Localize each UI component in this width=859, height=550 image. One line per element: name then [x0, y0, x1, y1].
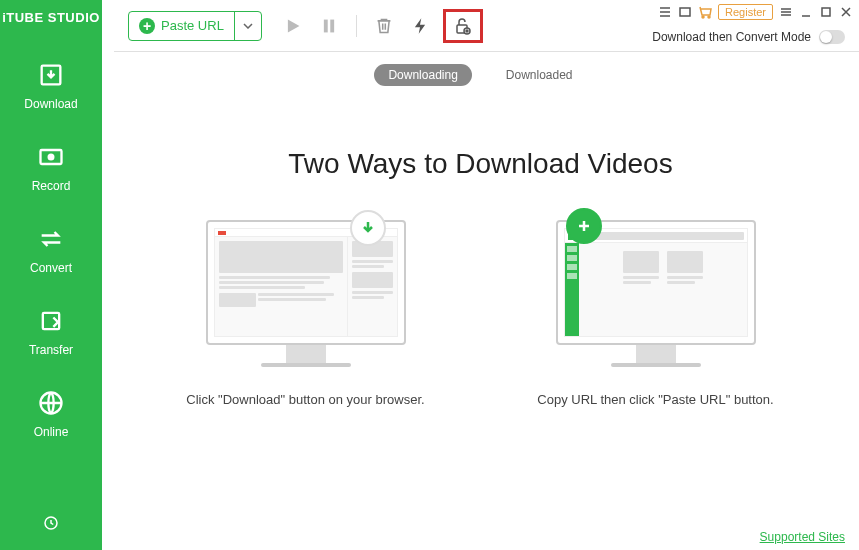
download-icon	[37, 61, 65, 89]
method-text: Copy URL then click "Paste URL" button.	[537, 390, 773, 410]
sidebar-item-online[interactable]: Online	[0, 373, 102, 455]
supported-sites-link[interactable]: Supported Sites	[760, 530, 845, 544]
play-icon	[284, 17, 302, 35]
online-icon	[37, 389, 65, 417]
method-paste-url: Copy URL then click "Paste URL" button.	[531, 220, 781, 410]
sidebar-item-download[interactable]: Download	[0, 45, 102, 127]
svg-point-7	[702, 16, 704, 18]
minimize-icon[interactable]	[799, 5, 813, 19]
register-button[interactable]: Register	[718, 4, 773, 20]
turbo-button[interactable]	[411, 17, 429, 35]
window-controls: Register	[658, 4, 853, 20]
svg-rect-10	[324, 19, 328, 32]
content-title: Two Ways to Download Videos	[288, 148, 672, 180]
plus-badge	[566, 208, 602, 244]
tab-downloaded[interactable]: Downloaded	[492, 64, 587, 86]
monitor-illustration	[556, 220, 756, 370]
app-logo: iTUBE STUDIO	[2, 10, 100, 25]
convert-icon	[37, 225, 65, 253]
sidebar-item-transfer[interactable]: Transfer	[0, 291, 102, 373]
maximize-icon[interactable]	[819, 5, 833, 19]
tab-downloading[interactable]: Downloading	[374, 64, 471, 86]
close-icon[interactable]	[839, 5, 853, 19]
sidebar: iTUBE STUDIO Download Record Convert	[0, 0, 102, 550]
svg-point-8	[708, 16, 710, 18]
sidebar-item-record[interactable]: Record	[0, 127, 102, 209]
divider	[356, 15, 357, 37]
pause-button[interactable]	[320, 17, 338, 35]
paste-url-label: Paste URL	[161, 18, 224, 33]
svg-rect-6	[680, 8, 690, 16]
mode-toggle[interactable]	[819, 30, 845, 44]
sidebar-item-convert[interactable]: Convert	[0, 209, 102, 291]
plus-icon: +	[139, 18, 155, 34]
highlighted-lock-button[interactable]	[443, 9, 483, 43]
paste-url-dropdown[interactable]	[234, 12, 261, 40]
sidebar-item-label: Record	[32, 179, 71, 193]
transfer-icon	[37, 307, 65, 335]
sidebar-item-label: Convert	[30, 261, 72, 275]
method-browser: Click "Download" button on your browser.	[181, 220, 431, 410]
delete-button[interactable]	[375, 17, 393, 35]
trash-icon	[375, 17, 393, 35]
clock-icon	[42, 514, 60, 532]
lightning-icon	[411, 17, 429, 35]
chevron-down-icon	[243, 23, 253, 29]
record-icon	[37, 143, 65, 171]
plus-icon	[575, 217, 593, 235]
mode-row: Download then Convert Mode	[652, 30, 845, 44]
paste-url-button[interactable]: + Paste URL	[128, 11, 262, 41]
svg-rect-9	[822, 8, 830, 16]
pause-icon	[320, 17, 338, 35]
cart-icon[interactable]	[698, 5, 712, 19]
message-icon[interactable]	[678, 5, 692, 19]
monitor-illustration	[206, 220, 406, 370]
sidebar-settings[interactable]	[42, 514, 60, 550]
tabs: Downloading Downloaded	[102, 52, 859, 98]
play-button[interactable]	[284, 17, 302, 35]
svg-point-2	[49, 155, 54, 160]
sidebar-item-label: Online	[34, 425, 69, 439]
svg-rect-11	[330, 19, 334, 32]
download-badge	[350, 210, 386, 246]
sidebar-item-label: Download	[24, 97, 77, 111]
sidebar-item-label: Transfer	[29, 343, 73, 357]
svg-point-14	[466, 30, 468, 32]
mode-label: Download then Convert Mode	[652, 30, 811, 44]
menu-icon[interactable]	[779, 5, 793, 19]
method-text: Click "Download" button on your browser.	[186, 390, 424, 410]
lock-icon	[454, 16, 472, 36]
download-arrow-icon	[359, 219, 377, 237]
list-icon[interactable]	[658, 5, 672, 19]
content: Two Ways to Download Videos	[102, 98, 859, 550]
